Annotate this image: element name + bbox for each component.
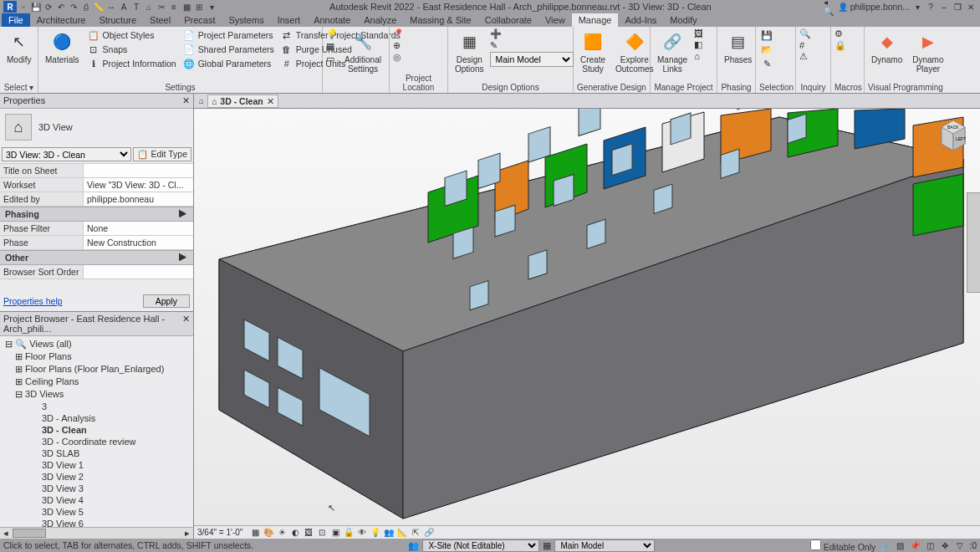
select-group-label[interactable]: Select ▾ xyxy=(3,83,34,93)
view-cube[interactable]: BACK LEFT xyxy=(933,115,973,156)
object-styles-button[interactable]: 📋Object Styles xyxy=(86,28,178,42)
property-row[interactable]: WorksetView "3D View: 3D - Cl... xyxy=(0,178,193,192)
view-tab-3d-clean[interactable]: ⌂ 3D - Clean ✕ xyxy=(207,95,278,108)
navigation-bar[interactable] xyxy=(967,192,980,293)
property-row[interactable]: PhaseNew Construction xyxy=(0,236,193,250)
property-row[interactable]: Browser Sort Order xyxy=(0,265,193,279)
pick-to-edit-icon[interactable]: ✎ xyxy=(490,40,574,51)
select-face-icon[interactable]: ◫ xyxy=(924,539,936,551)
design-option-select[interactable]: Main Model xyxy=(490,52,574,67)
tree-node[interactable]: 3D View 4 xyxy=(2,494,191,506)
project-info-button[interactable]: ℹProject Information xyxy=(86,57,178,70)
tab-close-icon[interactable]: ✕ xyxy=(267,96,274,106)
tree-node[interactable]: 3D SLAB xyxy=(2,447,191,459)
tab-view[interactable]: View xyxy=(538,13,572,27)
drag-elements-icon[interactable]: ✥ xyxy=(939,539,951,551)
dynamo-button[interactable]: ◆Dynamo xyxy=(868,28,906,66)
search-icon[interactable]: ◂🔍 xyxy=(824,1,835,13)
tree-node[interactable]: 3 xyxy=(2,401,191,412)
ids-of-selection-icon[interactable]: 🔍 xyxy=(799,28,811,39)
revit-logo-icon[interactable]: R xyxy=(3,1,17,13)
tree-node[interactable]: 3D - Coordinate review xyxy=(2,436,191,447)
highlight-displacement-icon[interactable]: ⇱ xyxy=(410,527,421,539)
editable-only-checkbox[interactable]: Editable Only xyxy=(810,539,875,552)
reveal-hidden-icon[interactable]: 💡 xyxy=(370,527,381,539)
starting-view-icon[interactable]: ⌂ xyxy=(694,51,703,61)
analytical-model-icon[interactable]: 📐 xyxy=(396,527,408,539)
default-3d-icon[interactable]: ⌂ xyxy=(143,1,155,13)
expand-icon[interactable]: ⯈ xyxy=(179,209,188,219)
worksharing-display-icon[interactable]: 👥 xyxy=(383,527,395,539)
panel-icon[interactable]: ▦ xyxy=(326,41,338,52)
warnings-icon[interactable]: ⚠ xyxy=(799,51,811,62)
macro-manager-icon[interactable]: ⚙ xyxy=(835,28,846,39)
decal-types-icon[interactable]: ◧ xyxy=(694,39,703,50)
materials-button[interactable]: 🔵Materials xyxy=(42,28,83,66)
template-icon[interactable]: ▭ xyxy=(326,54,338,64)
reveal-constraints-icon[interactable]: 🔗 xyxy=(423,527,435,539)
thin-lines-icon[interactable]: ≡ xyxy=(168,1,180,13)
select-links-icon[interactable]: 🔗 xyxy=(879,539,891,551)
global-params-button[interactable]: 🌐Global Parameters xyxy=(181,57,276,70)
dynamo-player-button[interactable]: ▶Dynamo Player xyxy=(909,28,947,75)
load-selection-button[interactable]: 📂 xyxy=(759,43,774,56)
tree-node[interactable]: ⊞ Floor Plans (Floor Plan_Enlarged) xyxy=(2,363,191,376)
select-by-id-icon[interactable]: # xyxy=(799,40,811,50)
save-selection-button[interactable]: 💾 xyxy=(759,28,774,42)
tab-massing---site[interactable]: Massing & Site xyxy=(403,13,477,27)
visual-style-icon[interactable]: 🎨 xyxy=(263,527,274,539)
coordinates-icon[interactable]: ⊕ xyxy=(393,40,405,51)
home-icon[interactable]: ⌂ xyxy=(196,95,207,107)
add-to-set-icon[interactable]: ➕ xyxy=(490,28,574,39)
properties-help-link[interactable]: Properties help xyxy=(3,296,63,306)
tab-structure[interactable]: Structure xyxy=(92,13,143,27)
minimize-icon[interactable]: – xyxy=(938,1,950,13)
save-icon[interactable]: 💾 xyxy=(30,1,42,13)
browser-scrollbar[interactable]: ◂ ▸ xyxy=(0,527,193,539)
view-category-icon[interactable]: ⌂ xyxy=(5,114,32,141)
scroll-left-icon[interactable]: ◂ xyxy=(0,528,12,539)
property-value[interactable]: None xyxy=(84,222,193,235)
property-value[interactable] xyxy=(84,164,193,177)
shared-params-button[interactable]: 📄Shared Parameters xyxy=(181,43,276,56)
property-row[interactable]: Edited byphilippe.bonneau xyxy=(0,192,193,207)
property-value[interactable]: View "3D View: 3D - Cl... xyxy=(84,178,193,192)
select-underlay-icon[interactable]: ▨ xyxy=(894,539,906,551)
mep-icon[interactable]: 💡 xyxy=(326,28,338,39)
manage-images-icon[interactable]: 🖼 xyxy=(694,28,703,38)
tree-root[interactable]: ⊟ 🔍 Views (all) xyxy=(2,338,191,350)
text-icon[interactable]: T xyxy=(130,1,142,13)
snaps-button[interactable]: ⊡Snaps xyxy=(86,43,178,56)
file-tab[interactable]: File xyxy=(2,13,30,27)
tab-manage[interactable]: Manage xyxy=(572,13,619,27)
tree-node[interactable]: ⊞ Ceiling Plans xyxy=(2,376,191,388)
browser-tree[interactable]: ⊟ 🔍 Views (all) ⊞ Floor Plans⊞ Floor Pla… xyxy=(0,336,193,527)
property-value[interactable] xyxy=(84,265,193,279)
dimension-icon[interactable]: ↔ xyxy=(105,1,117,13)
active-design-option-select[interactable]: Main Model xyxy=(554,539,655,552)
tab-annotate[interactable]: Annotate xyxy=(307,13,357,27)
additional-settings-button[interactable]: 🔧Additional Settings xyxy=(341,28,385,75)
user-icon[interactable]: 👤 xyxy=(837,1,849,13)
design-options-button[interactable]: ▦Design Options xyxy=(452,28,487,75)
tree-node[interactable]: 3D View 1 xyxy=(2,459,191,471)
redo-icon[interactable]: ↷ xyxy=(68,1,79,13)
create-study-button[interactable]: 🟧Create Study xyxy=(577,28,609,75)
tab-insert[interactable]: Insert xyxy=(271,13,308,27)
measure-icon[interactable]: 📏 xyxy=(93,1,105,13)
switch-windows-icon[interactable]: ⊞ xyxy=(193,1,205,13)
panel-close-icon[interactable]: ✕ xyxy=(182,95,190,106)
unlock-3d-icon[interactable]: 🔓 xyxy=(343,527,355,539)
apply-button[interactable]: Apply xyxy=(143,294,190,308)
crop-view-icon[interactable]: ⊡ xyxy=(316,527,328,539)
restore-icon[interactable]: ❐ xyxy=(952,1,963,13)
temp-hide-icon[interactable]: 👁 xyxy=(356,527,368,539)
detail-level-icon[interactable]: ▦ xyxy=(249,527,261,539)
property-value[interactable]: philippe.bonneau xyxy=(84,192,193,206)
tab-precast[interactable]: Precast xyxy=(177,13,222,27)
help-icon[interactable]: ? xyxy=(925,1,937,13)
tab-collaborate[interactable]: Collaborate xyxy=(478,13,538,27)
tree-node[interactable]: ⊞ Floor Plans xyxy=(2,350,191,363)
tab-architecture[interactable]: Architecture xyxy=(30,13,93,27)
property-row[interactable]: Phase FilterNone xyxy=(0,222,193,236)
